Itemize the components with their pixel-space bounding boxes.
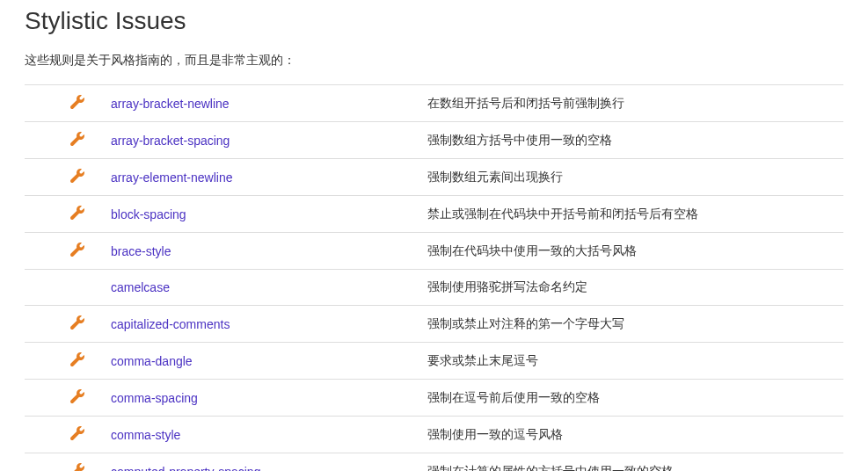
rule-link[interactable]: computed-property-spacing [111,465,260,472]
fixable-cell [70,270,111,306]
table-row: block-spacing禁止或强制在代码块中开括号前和闭括号后有空格 [25,196,843,233]
wrench-icon [70,95,84,109]
recommended-cell [25,417,70,453]
rule-description: 强制数组元素间出现换行 [427,159,843,196]
fixable-cell [70,453,111,472]
recommended-cell [25,122,70,159]
rule-description: 强制或禁止对注释的第一个字母大写 [427,306,843,343]
recommended-cell [25,306,70,343]
wrench-icon [70,169,84,183]
recommended-cell [25,380,70,417]
rule-description: 强制在逗号前后使用一致的空格 [427,380,843,417]
rule-link[interactable]: comma-style [111,428,180,442]
rule-link[interactable]: capitalized-comments [111,317,230,331]
section-description: 这些规则是关于风格指南的，而且是非常主观的： [25,53,843,69]
rule-name-cell: camelcase [111,270,427,306]
rule-link[interactable]: brace-style [111,244,171,258]
wrench-icon [70,352,84,366]
rule-name-cell: array-element-newline [111,159,427,196]
rule-description: 强制在代码块中使用一致的大括号风格 [427,233,843,270]
table-row: array-bracket-spacing强制数组方括号中使用一致的空格 [25,122,843,159]
rule-description: 禁止或强制在代码块中开括号前和闭括号后有空格 [427,196,843,233]
rule-name-cell: comma-spacing [111,380,427,417]
rule-link[interactable]: array-element-newline [111,170,233,185]
fixable-cell [70,159,111,196]
rule-name-cell: block-spacing [111,196,427,233]
rule-description: 要求或禁止末尾逗号 [427,343,843,380]
fixable-cell [70,196,111,233]
table-row: array-bracket-newline在数组开括号后和闭括号前强制换行 [25,85,843,122]
wrench-icon [70,132,84,146]
rule-description: 强制使用一致的逗号风格 [427,417,843,453]
rule-description: 在数组开括号后和闭括号前强制换行 [427,85,843,122]
table-row: brace-style强制在代码块中使用一致的大括号风格 [25,233,843,270]
wrench-icon [70,206,84,220]
fixable-cell [70,85,111,122]
recommended-cell [25,270,70,306]
table-row: array-element-newline强制数组元素间出现换行 [25,159,843,196]
rule-name-cell: array-bracket-spacing [111,122,427,159]
fixable-cell [70,343,111,380]
rule-name-cell: comma-dangle [111,343,427,380]
rules-table: array-bracket-newline在数组开括号后和闭括号前强制换行arr… [25,84,843,471]
fixable-cell [70,417,111,453]
table-row: camelcase强制使用骆驼拼写法命名约定 [25,270,843,306]
fixable-cell [70,306,111,343]
wrench-icon [70,463,84,471]
rule-name-cell: computed-property-spacing [111,453,427,472]
rule-link[interactable]: array-bracket-newline [111,97,230,111]
rule-link[interactable]: camelcase [111,280,170,294]
table-row: capitalized-comments强制或禁止对注释的第一个字母大写 [25,306,843,343]
rule-name-cell: array-bracket-newline [111,85,427,122]
table-row: comma-spacing强制在逗号前后使用一致的空格 [25,380,843,417]
rule-name-cell: capitalized-comments [111,306,427,343]
rule-description: 强制使用骆驼拼写法命名约定 [427,270,843,306]
fixable-cell [70,122,111,159]
wrench-icon [70,426,84,440]
rule-link[interactable]: comma-spacing [111,391,198,405]
fixable-cell [70,233,111,270]
table-row: comma-dangle要求或禁止末尾逗号 [25,343,843,380]
recommended-cell [25,159,70,196]
rule-link[interactable]: comma-dangle [111,354,193,368]
wrench-icon [70,243,84,257]
rule-link[interactable]: block-spacing [111,207,186,221]
rule-description: 强制在计算的属性的方括号中使用一致的空格 [427,453,843,472]
recommended-cell [25,196,70,233]
section-heading: Stylistic Issues [25,7,843,35]
recommended-cell [25,233,70,270]
rule-description: 强制数组方括号中使用一致的空格 [427,122,843,159]
recommended-cell [25,453,70,472]
fixable-cell [70,380,111,417]
recommended-cell [25,85,70,122]
rule-name-cell: comma-style [111,417,427,453]
wrench-icon [70,389,84,403]
rule-name-cell: brace-style [111,233,427,270]
wrench-icon [70,315,84,330]
table-row: computed-property-spacing强制在计算的属性的方括号中使用… [25,453,843,472]
recommended-cell [25,343,70,380]
rule-link[interactable]: array-bracket-spacing [111,134,230,148]
table-row: comma-style强制使用一致的逗号风格 [25,417,843,453]
